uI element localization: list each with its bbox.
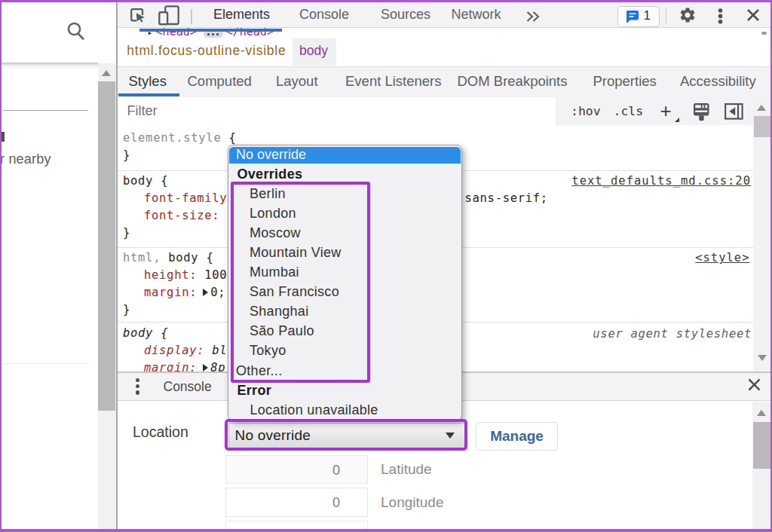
dom-ellipsis-pill[interactable] (204, 30, 223, 38)
drawer-scroll-up-arrow[interactable] (757, 410, 766, 416)
page-partial-text: r nearby (0, 151, 51, 167)
property-name[interactable]: font-size: (144, 209, 219, 222)
page-scrollbar-thumb[interactable] (98, 81, 115, 411)
selector-body-ua: body (123, 326, 161, 340)
user-agent-stylesheet-label: user agent stylesheet (593, 327, 752, 341)
property-name[interactable]: margin: (144, 286, 197, 299)
tab-elements[interactable]: Elements (213, 7, 270, 23)
new-style-rule-corner (675, 118, 679, 122)
rule-close: } (123, 226, 130, 240)
page-header-shadow (0, 63, 98, 69)
property-value[interactable]: 100 (197, 268, 227, 282)
manage-button[interactable]: Manage (476, 422, 558, 451)
new-style-rule-button[interactable]: + (660, 99, 672, 123)
popup-item-label: Error (237, 383, 272, 399)
styles-filter-row: Filter :hov .cls + (118, 97, 770, 127)
popup-selected-option[interactable]: No override (229, 147, 461, 164)
format-paint-icon[interactable] (694, 103, 709, 121)
prop-display[interactable]: display: bl (144, 344, 227, 357)
dom-scrollbar-dot (761, 32, 767, 35)
more-tabs-icon[interactable] (525, 11, 541, 23)
brace-open: { (228, 131, 236, 145)
search-icon[interactable] (66, 20, 86, 41)
styles-scrollbar[interactable] (753, 100, 770, 371)
annotation-rect-cities (231, 182, 370, 383)
popup-item-label: Overrides (237, 167, 303, 182)
brace-open: { (161, 174, 168, 188)
style-tag-link[interactable]: <style> (695, 251, 749, 264)
property-name[interactable]: margin: (144, 361, 197, 371)
tab-accessibility[interactable]: Accessibility (680, 73, 756, 90)
cls-button[interactable]: .cls (614, 104, 644, 118)
selector-html-gray: html, (123, 251, 161, 264)
tab-sources[interactable]: Sources (381, 7, 430, 23)
toolbar-separator-2 (666, 8, 667, 25)
tab-dom-breakpoints[interactable]: DOM Breakpoints (458, 73, 568, 90)
rule-close: } (123, 148, 130, 162)
longitude-input[interactable]: 0 (225, 488, 368, 517)
page-scrollbar[interactable] (98, 63, 116, 529)
drawer-scrollbar[interactable] (752, 402, 770, 530)
hov-button[interactable]: :hov (571, 104, 601, 118)
prop-font-family[interactable]: font-family (144, 191, 227, 205)
tab-layout[interactable]: Layout (276, 73, 318, 90)
drawer-close-icon[interactable] (748, 378, 761, 391)
expand-triangle[interactable] (203, 289, 208, 296)
page-scroll-up-arrow[interactable] (102, 70, 111, 76)
drawer-scrollbar-thumb[interactable] (753, 422, 770, 469)
drawer-tab-console[interactable]: Console (164, 379, 212, 395)
page-divider-top (3, 110, 88, 111)
close-devtools-icon[interactable] (746, 8, 760, 22)
sidebar-tabs: Styles Computed Layout Event Listeners D… (118, 67, 770, 97)
sidebar-toggle-icon[interactable] (725, 103, 743, 120)
frame-border-top (0, 0, 772, 2)
dom-selection-indicator (139, 29, 282, 32)
property-name[interactable]: height: (144, 268, 197, 282)
inspect-icon[interactable] (130, 8, 146, 23)
prop-height[interactable]: height: 100 (144, 268, 227, 282)
tab-computed[interactable]: Computed (188, 73, 252, 90)
drawer-menu-icon[interactable] (136, 378, 140, 383)
tab-console[interactable]: Console (299, 7, 349, 23)
rule-body-selector[interactable]: body { (123, 174, 168, 188)
property-name[interactable]: display: (144, 344, 204, 357)
issues-counter[interactable] (617, 6, 660, 27)
devtools-toolbar: Elements Console Sources Network 1 (118, 2, 770, 29)
settings-gear-icon[interactable] (679, 6, 697, 24)
breadcrumb-html[interactable]: html.focus-outline-visible (127, 43, 286, 59)
page-divider-bottom (0, 363, 89, 364)
prop-margin[interactable]: margin:0; (144, 286, 225, 299)
styles-scroll-up-arrow[interactable] (757, 105, 766, 111)
property-name[interactable]: font-family (144, 191, 227, 205)
filter-input[interactable]: Filter (118, 97, 556, 126)
property-value[interactable]: 0; (210, 286, 225, 299)
breadcrumb-bar: html.focus-outline-visible body (118, 38, 770, 67)
latitude-input[interactable]: 0 (225, 455, 368, 484)
rule-htmlbody-selector[interactable]: html, body { (123, 251, 213, 264)
prop-font-size[interactable]: font-size: (144, 209, 219, 222)
location-label: Location (133, 423, 188, 441)
brace-open: { (161, 326, 168, 340)
tab-styles[interactable]: Styles (129, 73, 167, 90)
drawer-menu-icon-dot (136, 384, 140, 389)
stylesheet-link[interactable]: text_defaults_md.css:20 (571, 174, 751, 188)
kebab-menu-icon[interactable] (717, 8, 724, 24)
rule-ua-body-selector[interactable]: body { (123, 326, 168, 340)
styles-scrollbar-thumb[interactable] (754, 116, 770, 137)
tab-event-listeners[interactable]: Event Listeners (345, 73, 442, 90)
property-value[interactable]: 8p (210, 361, 225, 371)
rule-element-style[interactable]: element.style { (123, 131, 237, 145)
prop-margin-ua[interactable]: margin:8p (144, 361, 225, 371)
screenshot-frame: r nearby Elements Console Sources Networ… (0, 0, 772, 532)
styles-scroll-down-arrow[interactable] (758, 355, 767, 361)
property-value[interactable]: bl (204, 344, 227, 357)
expand-triangle[interactable] (203, 364, 208, 371)
tab-network[interactable]: Network (452, 7, 501, 23)
filter-placeholder: Filter (127, 103, 158, 119)
breadcrumb-body[interactable]: body (299, 43, 328, 59)
popup-option-location-unavailable[interactable]: Location unavailable (228, 400, 461, 420)
device-toolbar-icon[interactable] (158, 5, 180, 26)
frame-border-bottom (0, 529, 772, 532)
tab-properties[interactable]: Properties (593, 73, 657, 90)
longitude-label: Longitude (381, 494, 443, 511)
